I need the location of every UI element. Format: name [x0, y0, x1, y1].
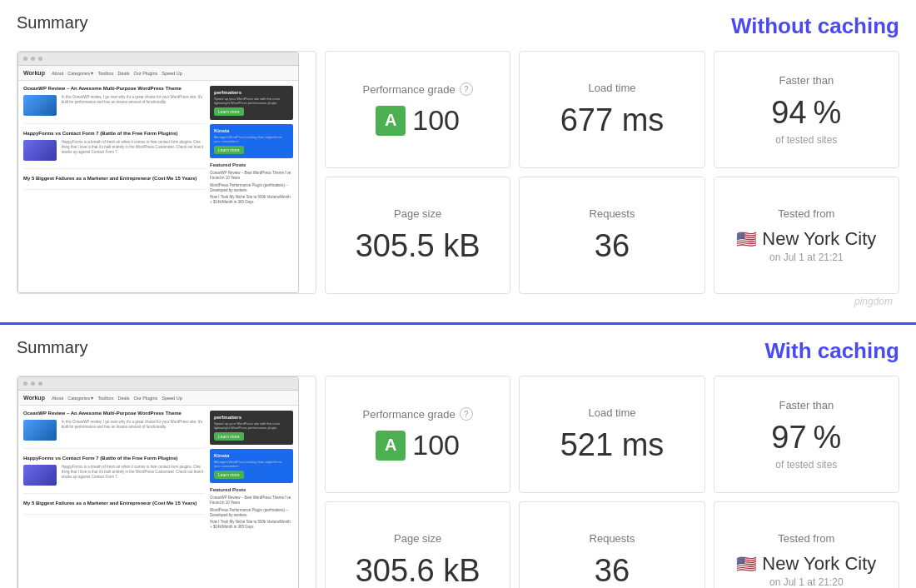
metric-label-tested-1: Tested from: [778, 207, 834, 220]
mini-ad-perfmatters: perfmatters Speed up your WordPress site…: [210, 86, 293, 120]
metric-label-faster-2: Faster than: [779, 399, 834, 411]
mini-post-4: OceanWP Review – An Awesome Multi-Purpos…: [23, 411, 205, 449]
dot-5: [31, 381, 35, 386]
metric-sub-faster-2: of tested sites: [775, 459, 837, 471]
metric-value-requests-2: 36: [595, 553, 630, 589]
mini-post-1: OceanWP Review – An Awesome Multi-Purpos…: [23, 86, 205, 124]
dot-3: [38, 57, 42, 61]
tested-from-sub-1: on Jul 1 at 21:21: [769, 252, 844, 263]
mini-content-1: OceanWP Review – An Awesome Multi-Purpos…: [18, 81, 298, 212]
metric-requests-2: Requests 36: [519, 501, 704, 588]
thumb-chess: [23, 140, 57, 161]
metrics-grid-1: Performance grade ? A 100 Load time 677 …: [325, 51, 899, 294]
section-header-2: Summary With caching: [17, 338, 899, 364]
caching-label-2: With caching: [764, 338, 899, 364]
metric-value-size-1: 305.5 kB: [356, 228, 480, 264]
mini-nav-logo-1: Workup: [23, 70, 45, 76]
section-with-caching: Summary With caching Workup About Catego…: [0, 325, 916, 588]
mini-ad-perfmatters-2: perfmatters Speed up your WordPress site…: [210, 411, 293, 445]
tested-from-value-2: 🇺🇸 New York City: [736, 553, 876, 575]
summary-label-2: Summary: [17, 338, 88, 357]
mini-right-2: perfmatters Speed up your WordPress site…: [210, 411, 293, 532]
mini-ad-kinsta-2: Kinsta Managed WordPress hosting that ou…: [210, 449, 293, 483]
mini-right-1: perfmatters Speed up your WordPress site…: [210, 86, 293, 207]
screenshot-panel-2: Workup About Categories ▾ Toolbox Deals …: [17, 376, 316, 588]
metric-label-requests-2: Requests: [590, 532, 635, 545]
metric-sub-faster-1: of tested sites: [775, 134, 837, 146]
mini-content-2: OceanWP Review – An Awesome Multi-Purpos…: [18, 406, 298, 537]
tested-from-sub-2: on Jul 1 at 21:20: [769, 576, 844, 588]
section-without-caching: Summary Without caching Workup About Cat…: [0, 0, 916, 325]
metric-value-faster-2: 97 %: [771, 420, 841, 456]
grade-badge-1: A: [376, 106, 406, 136]
metric-label-requests-1: Requests: [590, 207, 635, 220]
thumb-ocean-2: [23, 420, 57, 441]
mini-nav-links-1: About Categories ▾ Toolbox Deals Our Plu…: [52, 71, 182, 76]
mini-browser-bar-2: [18, 377, 298, 391]
mini-post-6: My 5 Biggest Failures as a Marketer and …: [23, 501, 205, 516]
flag-2: 🇺🇸: [736, 554, 757, 574]
mini-left-1: OceanWP Review – An Awesome Multi-Purpos…: [23, 86, 205, 207]
metric-page-size-2: Page size 305.6 kB: [325, 501, 510, 588]
mini-nav-1: Workup About Categories ▾ Toolbox Deals …: [18, 66, 298, 81]
metric-faster-than-2: Faster than 97 % of tested sites: [714, 376, 899, 493]
metric-load-time-1: Load time 677 ms: [519, 51, 704, 168]
metric-load-time-2: Load time 521 ms: [519, 376, 704, 493]
section-content-2: Workup About Categories ▾ Toolbox Deals …: [17, 376, 899, 588]
metric-value-load-1: 677 ms: [560, 102, 665, 138]
metric-value-perf-2: A 100: [376, 429, 460, 461]
thumb-ocean: [23, 95, 57, 116]
metric-label-size-2: Page size: [394, 532, 441, 545]
caching-label-1: Without caching: [731, 13, 899, 39]
thumb-chess-2: [23, 465, 57, 486]
mini-browser-bar-1: [18, 52, 298, 66]
metric-label-perf-2: Performance grade ?: [363, 407, 473, 421]
mini-browser-2: Workup About Categories ▾ Toolbox Deals …: [17, 376, 299, 588]
mini-post-2: HappyForms vs Contact Form 7 (Battle of …: [23, 131, 205, 169]
metric-label-perf-1: Performance grade ?: [363, 82, 473, 96]
metric-value-faster-1: 94 %: [771, 95, 841, 131]
metric-performance-grade-2: Performance grade ? A 100: [325, 376, 510, 493]
metric-value-requests-1: 36: [595, 228, 630, 264]
metric-tested-from-2: Tested from 🇺🇸 New York City on Jul 1 at…: [714, 501, 899, 588]
metric-label-tested-2: Tested from: [778, 532, 834, 545]
dot-4: [23, 381, 27, 386]
metric-page-size-1: Page size 305.5 kB: [325, 177, 510, 294]
flag-1: 🇺🇸: [736, 229, 757, 249]
metric-faster-than-1: Faster than 94 % of tested sites: [714, 51, 899, 168]
metric-value-load-2: 521 ms: [560, 427, 665, 463]
dot-6: [38, 381, 42, 386]
metric-value-perf-1: A 100: [376, 104, 460, 137]
summary-label-1: Summary: [17, 13, 88, 32]
mini-post-5: HappyForms vs Contact Form 7 (Battle of …: [23, 456, 205, 494]
mini-browser-1: Workup About Categories ▾ Toolbox Deals …: [17, 52, 299, 293]
metrics-grid-2: Performance grade ? A 100 Load time 521 …: [325, 376, 899, 588]
mini-ad-kinsta: Kinsta Managed WordPress hosting that ou…: [210, 124, 293, 158]
metric-performance-grade-1: Performance grade ? A 100: [325, 51, 510, 168]
dot-1: [23, 57, 27, 61]
mini-nav-links-2: About Categories ▾ Toolbox Deals Our Plu…: [52, 396, 182, 401]
metric-value-size-2: 305.6 kB: [356, 553, 480, 589]
pingdom-1: pingdom: [854, 294, 899, 309]
metric-label-faster-1: Faster than: [779, 74, 834, 87]
section-content-1: Workup About Categories ▾ Toolbox Deals …: [17, 51, 899, 294]
screenshot-panel-1: Workup About Categories ▾ Toolbox Deals …: [17, 51, 316, 294]
mini-nav-2: Workup About Categories ▾ Toolbox Deals …: [18, 391, 298, 406]
metric-tested-from-1: Tested from 🇺🇸 New York City on Jul 1 at…: [714, 177, 899, 294]
mini-post-3: My 5 Biggest Failures as a Marketer and …: [23, 176, 205, 191]
mini-left-2: OceanWP Review – An Awesome Multi-Purpos…: [23, 411, 205, 532]
dot-2: [31, 57, 35, 61]
mini-nav-logo-2: Workup: [23, 395, 45, 401]
help-icon-1[interactable]: ?: [460, 82, 473, 96]
metric-label-load-2: Load time: [588, 406, 635, 419]
metric-label-load-1: Load time: [588, 82, 635, 94]
section-footer-1: pingdom: [17, 294, 899, 309]
metric-requests-1: Requests 36: [519, 177, 704, 294]
tested-from-value-1: 🇺🇸 New York City: [736, 228, 876, 250]
metric-label-size-1: Page size: [394, 207, 441, 220]
help-icon-2[interactable]: ?: [460, 407, 473, 421]
section-header-1: Summary Without caching: [17, 13, 899, 39]
grade-badge-2: A: [376, 431, 406, 461]
